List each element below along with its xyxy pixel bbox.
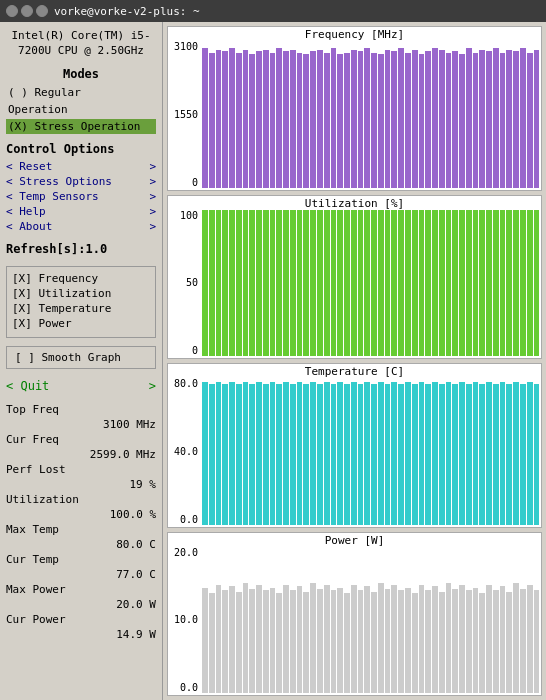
bar xyxy=(276,210,282,357)
bar xyxy=(425,51,431,187)
bar xyxy=(378,210,384,357)
bar xyxy=(452,210,458,357)
bar xyxy=(486,585,492,693)
quit-item[interactable]: < Quit > xyxy=(6,379,156,393)
bar xyxy=(209,53,215,188)
cb-temperature[interactable]: [X] Temperature xyxy=(12,302,150,315)
utilization-chart: Utilization [%] 100 50 0 xyxy=(167,195,542,360)
bar xyxy=(229,210,235,357)
bar xyxy=(371,210,377,357)
sidebar: Intel(R) Core(TM) i5-7200U CPU @ 2.50GHz… xyxy=(0,22,163,700)
bar xyxy=(229,48,235,187)
bar xyxy=(263,384,269,525)
cb-utilization[interactable]: [X] Utilization xyxy=(12,287,150,300)
bar xyxy=(520,384,526,525)
bar xyxy=(446,210,452,357)
bar xyxy=(473,53,479,188)
bar xyxy=(283,585,289,693)
bar xyxy=(446,53,452,188)
bar xyxy=(216,210,222,357)
bar xyxy=(446,382,452,524)
window-controls[interactable] xyxy=(6,5,48,17)
bar xyxy=(317,210,323,357)
temperature-chart: Temperature [C] 80.0 40.0 0.0 xyxy=(167,363,542,528)
bar xyxy=(358,590,364,693)
stats-section: Top Freq 3100 MHz Cur Freq 2599.0 MHz Pe… xyxy=(6,403,156,641)
mode-regular[interactable]: ( ) Regular xyxy=(6,85,156,100)
bar xyxy=(513,382,519,524)
bar xyxy=(344,53,350,188)
bar xyxy=(520,589,526,693)
bar xyxy=(270,210,276,357)
stat-cur-freq: Cur Freq xyxy=(6,433,156,446)
bar xyxy=(290,50,296,188)
minimize-button[interactable] xyxy=(21,5,33,17)
bar xyxy=(317,50,323,188)
bar xyxy=(452,384,458,525)
bar xyxy=(425,210,431,357)
maximize-button[interactable] xyxy=(36,5,48,17)
control-help[interactable]: < Help> xyxy=(6,204,156,219)
temperature-y-axis: 80.0 40.0 0.0 xyxy=(168,364,200,527)
bar xyxy=(222,210,228,357)
bar xyxy=(412,210,418,357)
bar xyxy=(493,48,499,187)
bar xyxy=(534,210,540,357)
bar xyxy=(351,382,357,524)
bar xyxy=(391,382,397,524)
bar xyxy=(486,382,492,524)
bar xyxy=(486,51,492,187)
bar xyxy=(331,590,337,693)
bar xyxy=(297,382,303,524)
bar xyxy=(534,50,540,188)
bar xyxy=(419,585,425,693)
bar xyxy=(405,588,411,693)
bar xyxy=(209,210,215,357)
close-button[interactable] xyxy=(6,5,18,17)
bar xyxy=(202,588,208,693)
bar xyxy=(432,210,438,357)
control-reset[interactable]: < Reset> xyxy=(6,159,156,174)
bar xyxy=(452,589,458,693)
bar xyxy=(276,384,282,525)
temperature-chart-title: Temperature [C] xyxy=(168,365,541,378)
bar xyxy=(303,210,309,357)
mode-stress[interactable]: (X) Stress Operation xyxy=(6,119,156,134)
bar xyxy=(459,382,465,524)
bar xyxy=(256,585,262,693)
bar xyxy=(385,50,391,188)
power-y-top: 20.0 xyxy=(168,547,198,558)
cb-power[interactable]: [X] Power xyxy=(12,317,150,330)
bar xyxy=(398,590,404,693)
bar xyxy=(385,210,391,357)
control-stress-options[interactable]: < Stress Options> xyxy=(6,174,156,189)
cb-frequency[interactable]: [X] Frequency xyxy=(12,272,150,285)
bar xyxy=(337,382,343,524)
bar xyxy=(412,50,418,188)
bar xyxy=(310,51,316,187)
freq-y-top: 3100 xyxy=(168,41,198,52)
control-about[interactable]: < About> xyxy=(6,219,156,234)
bar xyxy=(358,210,364,357)
mode-operation[interactable]: Operation xyxy=(6,102,156,117)
bar xyxy=(249,54,255,187)
bar xyxy=(432,586,438,693)
bar xyxy=(243,210,249,357)
stat-cur-freq-value: 2599.0 MHz xyxy=(90,448,156,461)
bar xyxy=(297,53,303,188)
bar xyxy=(439,592,445,693)
utilization-bars xyxy=(200,210,541,359)
control-temp-sensors[interactable]: < Temp Sensors> xyxy=(6,189,156,204)
smooth-graph-button[interactable]: [ ] Smooth Graph xyxy=(6,346,156,369)
bar xyxy=(391,210,397,357)
bar xyxy=(270,53,276,188)
bar xyxy=(385,384,391,525)
bar xyxy=(364,48,370,187)
control-title: Control Options xyxy=(6,142,156,156)
window-title: vorke@vorke-v2-plus: ~ xyxy=(54,5,200,18)
bar xyxy=(364,210,370,357)
bar xyxy=(317,589,323,693)
bar xyxy=(398,48,404,187)
bar xyxy=(500,382,506,524)
frequency-chart: Frequency [MHz] 3100 1550 0 xyxy=(167,26,542,191)
